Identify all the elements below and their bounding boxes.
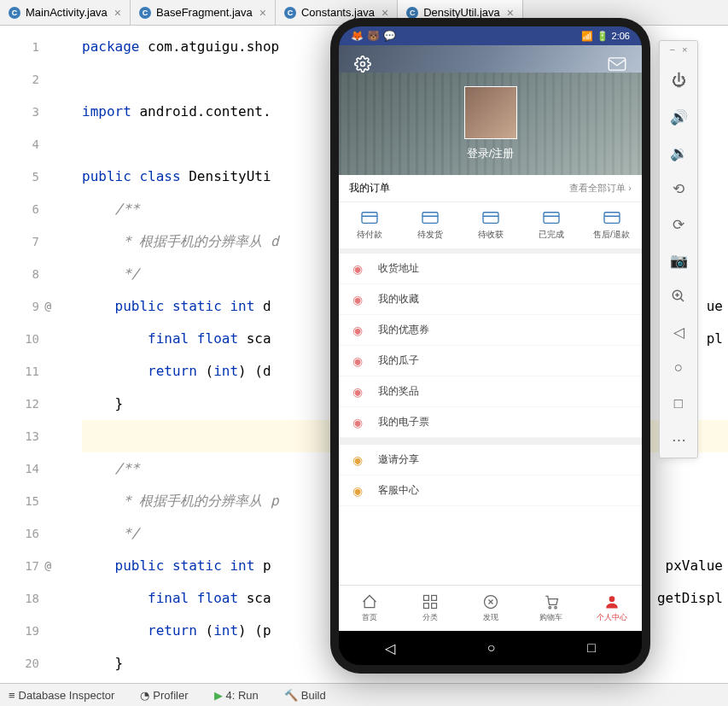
- svg-rect-7: [423, 596, 428, 601]
- status-right: 📶 🔋 2:06: [581, 31, 630, 42]
- zoom-in-icon[interactable]: [665, 283, 692, 309]
- eticket-icon: ◉: [352, 416, 370, 429]
- android-nav-bar: ◁ ○ □: [339, 631, 642, 665]
- menu-item[interactable]: ◉收货地址: [339, 254, 642, 284]
- run-icon: ▶: [214, 689, 223, 702]
- order-status-tab[interactable]: 待付款: [339, 202, 399, 248]
- svg-point-14: [609, 596, 614, 602]
- rotate-left-icon[interactable]: ⟲: [665, 176, 692, 201]
- battery-icon: 🔋: [597, 31, 609, 42]
- build-button[interactable]: 🔨 Build: [284, 689, 326, 702]
- menu-item[interactable]: ◉我的瓜子: [339, 346, 642, 376]
- line-number: 18: [0, 582, 48, 615]
- menu-label: 我的电子票: [378, 415, 429, 429]
- line-number: 1: [0, 31, 48, 63]
- order-label: 待收获: [478, 229, 504, 241]
- status-left: 🦊 🐻 💬: [351, 30, 396, 42]
- close-icon[interactable]: ×: [114, 6, 121, 20]
- bottom-toolbar: ≡ Database Inspector ◔ Profiler ▶ 4: Run…: [0, 683, 728, 706]
- login-link[interactable]: 登录/注册: [339, 146, 642, 161]
- line-number: 7: [0, 225, 48, 258]
- code-fragment: ue: [707, 290, 723, 323]
- back-icon[interactable]: ◁: [665, 319, 692, 345]
- menu-label: 客服中心: [378, 483, 419, 498]
- order-icon: [542, 210, 561, 225]
- build-label: Build: [301, 689, 326, 702]
- menu-item[interactable]: ◉客服中心: [339, 476, 642, 506]
- line-number: 6: [0, 193, 48, 225]
- order-status-tab[interactable]: 售后/退款: [581, 202, 642, 248]
- overview-icon[interactable]: □: [665, 391, 692, 417]
- file-icon: C: [406, 7, 418, 19]
- order-status-tabs: 待付款待发货待收获已完成售后/退款: [339, 202, 642, 254]
- emu-minimize-button[interactable]: −: [670, 44, 675, 55]
- line-number: 17@: [0, 550, 48, 582]
- heart-icon: ◉: [352, 293, 370, 306]
- seed-icon: ◉: [352, 354, 370, 368]
- home-button[interactable]: ○: [487, 640, 496, 656]
- nav-icon: [361, 593, 378, 610]
- run-button[interactable]: ▶ 4: Run: [214, 689, 259, 702]
- nav-item[interactable]: 个人中心: [581, 586, 642, 631]
- nav-item[interactable]: 购物车: [521, 586, 581, 631]
- menu-label: 我的瓜子: [378, 353, 419, 368]
- database-icon: ≡: [9, 689, 15, 702]
- menu-item[interactable]: ◉我的奖品: [339, 376, 642, 407]
- order-label: 已完成: [539, 229, 564, 241]
- rotate-right-icon[interactable]: ⟳: [665, 212, 692, 237]
- svg-rect-10: [431, 604, 436, 609]
- location-icon: ◉: [352, 262, 370, 276]
- more-icon[interactable]: ⋯: [665, 427, 692, 452]
- gift-icon: ◉: [352, 385, 370, 399]
- ticket-icon: ◉: [352, 324, 370, 337]
- svg-rect-3: [422, 213, 438, 224]
- volume-up-icon[interactable]: 🔊: [665, 104, 692, 130]
- database-inspector-button[interactable]: ≡ Database Inspector: [9, 689, 114, 702]
- order-icon: [360, 210, 379, 225]
- menu-item[interactable]: ◉我的电子票: [339, 407, 642, 438]
- nav-item[interactable]: 分类: [399, 586, 460, 631]
- line-number: 19: [0, 615, 48, 647]
- nav-label: 个人中心: [597, 612, 627, 623]
- back-button[interactable]: ◁: [385, 640, 395, 656]
- editor-tab[interactable]: CBaseFragment.java×: [131, 0, 276, 25]
- order-status-tab[interactable]: 已完成: [521, 202, 581, 248]
- status-icon: 💬: [383, 30, 396, 42]
- profiler-button[interactable]: ◔ Profiler: [140, 689, 188, 702]
- line-number: 20: [0, 647, 48, 680]
- nav-item[interactable]: 发现: [460, 586, 521, 631]
- svg-rect-1: [609, 58, 626, 70]
- menu-item[interactable]: ◉我的优惠券: [339, 315, 642, 346]
- profiler-label: Profiler: [153, 689, 188, 702]
- profile-menu: ◉收货地址◉我的收藏◉我的优惠券◉我的瓜子◉我的奖品◉我的电子票 ◉邀请分享◉客…: [339, 254, 642, 585]
- tab-label: Constants.java: [301, 6, 375, 19]
- volume-down-icon[interactable]: 🔉: [665, 140, 692, 166]
- settings-icon[interactable]: [354, 55, 371, 73]
- nav-item[interactable]: 首页: [339, 586, 399, 631]
- line-number: 11: [0, 355, 48, 388]
- svg-rect-8: [431, 596, 436, 601]
- camera-icon[interactable]: 📷: [665, 248, 692, 273]
- run-label: 4: Run: [226, 689, 259, 702]
- bottom-navigation: 首页分类发现购物车个人中心: [339, 585, 642, 631]
- order-status-tab[interactable]: 待发货: [399, 202, 460, 248]
- orders-title: 我的订单: [349, 181, 390, 195]
- emulator-frame: 🦊 🐻 💬 📶 🔋 2:06 登录/注册: [330, 18, 650, 674]
- view-all-orders-link[interactable]: 查看全部订单 ›: [569, 182, 632, 195]
- order-icon: [603, 210, 621, 225]
- home-icon[interactable]: ○: [665, 355, 692, 381]
- line-number: 15: [0, 485, 48, 517]
- menu-item[interactable]: ◉邀请分享: [339, 445, 642, 476]
- menu-label: 我的奖品: [378, 384, 419, 399]
- menu-item[interactable]: ◉我的收藏: [339, 284, 642, 315]
- order-status-tab[interactable]: 待收获: [460, 202, 521, 248]
- code-fragment: getDispl: [657, 582, 723, 615]
- mail-icon[interactable]: [608, 57, 626, 71]
- emu-close-button[interactable]: ×: [682, 44, 687, 55]
- recents-button[interactable]: □: [587, 640, 596, 656]
- order-icon: [421, 210, 440, 225]
- editor-tab[interactable]: CMainActivity.java×: [0, 0, 131, 25]
- power-icon[interactable]: ⏻: [665, 68, 692, 94]
- avatar[interactable]: [464, 86, 517, 139]
- close-icon[interactable]: ×: [259, 6, 266, 20]
